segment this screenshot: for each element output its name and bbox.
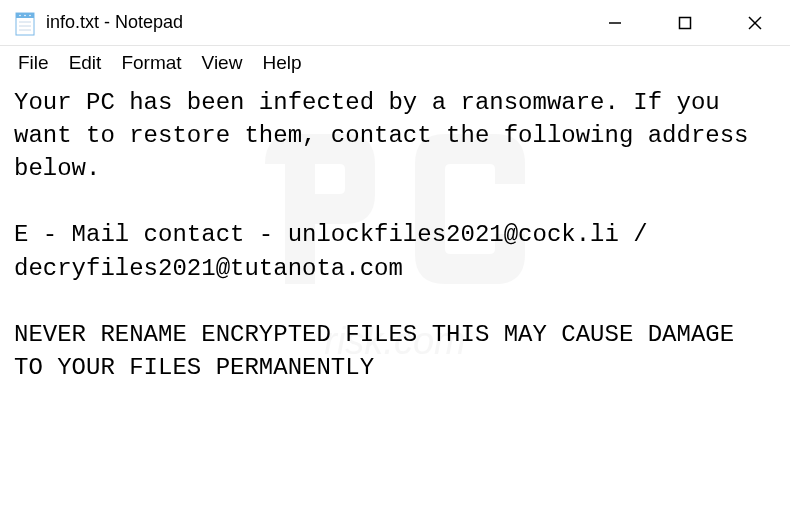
svg-point-5 [29,14,31,16]
menu-file[interactable]: File [10,50,57,76]
window-controls [580,0,790,45]
menu-edit[interactable]: Edit [61,50,110,76]
minimize-button[interactable] [580,0,650,46]
window-titlebar: info.txt - Notepad [0,0,790,46]
maximize-button[interactable] [650,0,720,46]
menu-format[interactable]: Format [113,50,189,76]
menu-view[interactable]: View [194,50,251,76]
svg-rect-10 [680,18,691,29]
maximize-icon [677,15,693,31]
svg-point-4 [24,14,26,16]
close-icon [746,14,764,32]
notepad-icon [14,10,36,36]
close-button[interactable] [720,0,790,46]
svg-point-3 [19,14,21,16]
menubar: File Edit Format View Help [0,46,790,82]
minimize-icon [607,15,623,31]
menu-help[interactable]: Help [254,50,309,76]
text-editor-area[interactable]: Your PC has been infected by a ransomwar… [0,82,790,388]
window-title: info.txt - Notepad [46,12,183,33]
